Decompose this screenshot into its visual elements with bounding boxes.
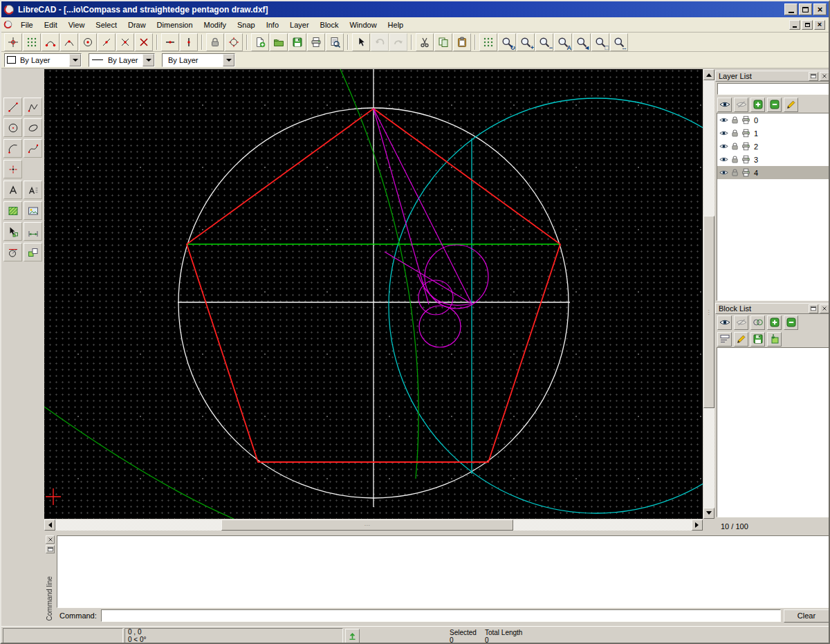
layer-visible-icon[interactable] bbox=[719, 155, 728, 164]
snap-free-button[interactable] bbox=[4, 33, 22, 51]
layer-print-icon[interactable] bbox=[741, 129, 750, 138]
snap-on-entity-button[interactable] bbox=[60, 33, 78, 51]
menu-info[interactable]: Info bbox=[261, 19, 284, 31]
drawing-canvas[interactable] bbox=[44, 69, 703, 519]
magenta-construction[interactable] bbox=[374, 109, 488, 347]
clear-button[interactable]: Clear bbox=[784, 609, 829, 623]
snap-intersection-button[interactable] bbox=[116, 33, 134, 51]
menu-select[interactable]: Select bbox=[90, 19, 122, 31]
layer-visible-icon[interactable] bbox=[719, 142, 728, 151]
restrict-nothing-button[interactable] bbox=[135, 33, 153, 51]
modify-tool-button[interactable] bbox=[3, 222, 22, 241]
scroll-down-button[interactable] bbox=[703, 508, 714, 519]
copy-button[interactable] bbox=[434, 33, 452, 51]
combo-arrow-icon[interactable] bbox=[142, 54, 154, 66]
menu-block[interactable]: Block bbox=[315, 19, 344, 31]
layer-lock-icon[interactable] bbox=[730, 142, 739, 151]
close-button[interactable]: × bbox=[813, 3, 827, 15]
remove-block-button[interactable] bbox=[784, 315, 798, 330]
horizontal-scroll-thumb[interactable]: ⋯ bbox=[221, 519, 513, 531]
menu-help[interactable]: Help bbox=[382, 19, 409, 31]
spline-tool-button[interactable] bbox=[24, 139, 42, 158]
edit-block-button[interactable] bbox=[734, 332, 748, 347]
info-tool-button[interactable] bbox=[3, 243, 22, 261]
show-all-layers-button[interactable] bbox=[717, 98, 732, 112]
menu-dimension[interactable]: Dimension bbox=[151, 19, 199, 31]
snap-middle-button[interactable] bbox=[98, 33, 116, 51]
combo-arrow-icon[interactable] bbox=[69, 54, 81, 66]
image-tool-button[interactable] bbox=[24, 201, 42, 220]
save-file-button[interactable] bbox=[288, 33, 306, 51]
minimize-button[interactable] bbox=[784, 3, 797, 15]
polyline-tool-button[interactable] bbox=[24, 98, 42, 116]
command-dock-close-button[interactable] bbox=[46, 535, 55, 544]
zoom-previous-button[interactable]: ◄ bbox=[573, 33, 591, 51]
layer-lock-icon[interactable] bbox=[730, 116, 739, 125]
save-block-button[interactable] bbox=[750, 332, 765, 347]
layer-visible-icon[interactable] bbox=[719, 129, 728, 138]
combo-arrow-icon[interactable] bbox=[223, 54, 234, 66]
print-preview-button[interactable] bbox=[326, 33, 344, 51]
toggle-block-visibility-button[interactable] bbox=[750, 315, 765, 330]
view-grid-button[interactable] bbox=[479, 33, 497, 51]
block-tool-button[interactable] bbox=[24, 243, 42, 261]
add-layer-button[interactable] bbox=[750, 98, 765, 112]
menu-draw[interactable]: Draw bbox=[122, 19, 151, 31]
zoom-auto-button[interactable]: A bbox=[554, 33, 572, 51]
pen-linetype-combo[interactable]: By Layer bbox=[162, 53, 235, 67]
layer-row[interactable]: 0 bbox=[717, 113, 829, 127]
menu-file[interactable]: File bbox=[15, 19, 39, 31]
vertical-scroll-thumb[interactable]: ⋮ bbox=[703, 216, 714, 408]
layer-row[interactable]: 4 bbox=[717, 166, 829, 179]
snap-endpoint-button[interactable] bbox=[42, 33, 59, 51]
mdi-minimize-button[interactable] bbox=[789, 20, 800, 30]
zoom-out-button[interactable]: − bbox=[535, 33, 553, 51]
restrict-horizontal-button[interactable] bbox=[161, 33, 179, 51]
hide-all-blocks-button[interactable] bbox=[734, 315, 748, 330]
text-tool-button[interactable] bbox=[3, 181, 22, 199]
layer-print-icon[interactable] bbox=[741, 168, 750, 177]
pen-width-combo[interactable]: By Layer bbox=[89, 53, 155, 67]
hatch-tool-button[interactable] bbox=[3, 201, 22, 220]
snap-grid-button[interactable] bbox=[23, 33, 41, 51]
print-button[interactable] bbox=[307, 33, 325, 51]
line-tool-button[interactable] bbox=[3, 98, 22, 116]
zoom-redraw-button[interactable]: ↻ bbox=[498, 33, 516, 51]
select-pointer-button[interactable] bbox=[352, 33, 370, 51]
layer-visible-icon[interactable] bbox=[719, 116, 728, 125]
layer-lock-icon[interactable] bbox=[730, 168, 739, 177]
show-all-blocks-button[interactable] bbox=[717, 315, 732, 330]
open-file-button[interactable] bbox=[270, 33, 288, 51]
canvas-vertical-scrollbar[interactable]: ⋮ bbox=[703, 69, 714, 519]
menu-modify[interactable]: Modify bbox=[199, 19, 232, 31]
layer-print-icon[interactable] bbox=[741, 155, 750, 164]
mtext-tool-button[interactable] bbox=[24, 181, 42, 199]
menu-snap[interactable]: Snap bbox=[232, 19, 261, 31]
scroll-left-button[interactable] bbox=[44, 519, 55, 531]
menu-layer[interactable]: Layer bbox=[284, 19, 315, 31]
paste-button[interactable] bbox=[453, 33, 471, 51]
mouse-hints-button[interactable] bbox=[345, 629, 360, 643]
green-corner-arc[interactable] bbox=[44, 407, 234, 519]
layer-panel-float-button[interactable] bbox=[809, 72, 818, 81]
layer-visible-icon[interactable] bbox=[719, 168, 728, 177]
set-relative-zero-button[interactable] bbox=[225, 33, 243, 51]
command-dock-handle[interactable]: Command line bbox=[44, 534, 56, 625]
restrict-vertical-button[interactable] bbox=[180, 33, 198, 51]
new-file-button[interactable] bbox=[251, 33, 269, 51]
menu-edit[interactable]: Edit bbox=[39, 19, 63, 31]
scroll-right-button[interactable] bbox=[692, 519, 703, 531]
mdi-restore-button[interactable] bbox=[802, 20, 813, 30]
scroll-up-button[interactable] bbox=[703, 69, 714, 80]
dimension-tool-button[interactable] bbox=[24, 222, 42, 241]
lock-relative-zero-button[interactable] bbox=[206, 33, 224, 51]
layer-panel-close-button[interactable] bbox=[820, 72, 829, 81]
remove-layer-button[interactable] bbox=[767, 98, 782, 112]
cut-button[interactable] bbox=[416, 33, 434, 51]
arc-tool-button[interactable] bbox=[3, 139, 22, 158]
layer-row[interactable]: 2 bbox=[717, 140, 829, 153]
block-panel-close-button[interactable] bbox=[820, 304, 829, 313]
circle-tool-button[interactable] bbox=[3, 118, 22, 137]
layer-lock-icon[interactable] bbox=[730, 129, 739, 138]
point-tool-button[interactable] bbox=[3, 160, 22, 178]
